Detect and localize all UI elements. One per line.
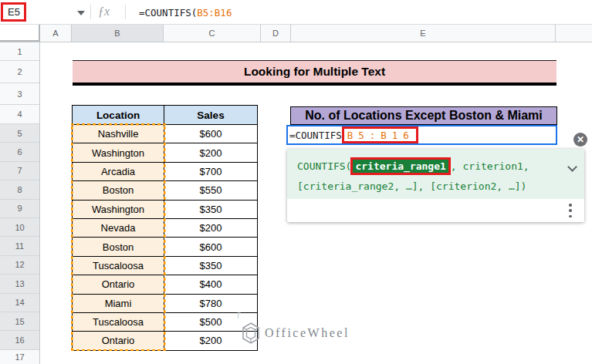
row-header[interactable]: 17 (0, 350, 39, 364)
row-header[interactable]: 11 (0, 237, 39, 255)
more-options-icon[interactable] (569, 204, 572, 217)
column-header[interactable]: E (291, 25, 556, 42)
sales-cell[interactable]: $550 (164, 181, 258, 200)
row-headers: 1 2 3 4 5 6 7 8 9 10 11 12 13 14 15 (0, 42, 40, 364)
row-header[interactable]: 16 (0, 331, 39, 349)
location-header-cell[interactable]: Location (73, 106, 164, 125)
signature-prefix: COUNTIFS( (297, 160, 351, 172)
officewheel-logo-icon (241, 322, 261, 345)
sales-cell[interactable]: $700 (164, 163, 258, 181)
active-cell-editor[interactable]: =COUNTIFSB5:B16 (286, 125, 557, 145)
row-header[interactable]: 2 (0, 61, 39, 83)
column-header[interactable] (556, 25, 592, 42)
officewheel-watermark: OfficeWheel (241, 322, 350, 345)
table-row: Tuscaloosa $500 (73, 313, 258, 332)
row-header[interactable]: 14 (0, 294, 39, 312)
data-table: Location Sales Nashville $600 Washington… (72, 105, 258, 351)
name-box-annotation (1, 2, 26, 22)
name-box-dropdown-icon[interactable] (77, 11, 85, 15)
location-cell[interactable]: Arcadia (73, 163, 164, 181)
row-header[interactable]: 4 (0, 105, 39, 124)
column-header[interactable]: C (164, 25, 261, 42)
formula-bar: E5 ƒx =COUNTIFS(B5:B16 (0, 0, 592, 25)
location-cell[interactable]: Ontario (73, 275, 164, 294)
signature-suffix: , criterion1, (451, 160, 529, 172)
close-popup-button[interactable]: ✕ (573, 133, 587, 147)
sales-cell[interactable]: $780 (164, 295, 258, 313)
table-row: Nevada $200 (73, 219, 258, 238)
formula-range: B5:B16 (197, 7, 232, 19)
result-header-cell[interactable]: No. of Locations Except Boston & Miami (290, 106, 557, 125)
location-cell[interactable]: Nashville (73, 125, 164, 143)
spreadsheet-app: E5 ƒx =COUNTIFS(B5:B16 A B C D E 1 2 3 (0, 0, 592, 364)
signature-line-2: [criteria_range2, …], [criterion2, …]) (297, 180, 526, 192)
table-row: Arcadia $700 (73, 163, 258, 181)
row-header[interactable]: 3 (0, 83, 39, 105)
cell-formula-range-annotation: B5:B16 (342, 126, 418, 143)
table-row: Washington $350 (73, 201, 258, 219)
criteria-range1-chip: criteria_range1 (350, 157, 450, 175)
sales-cell[interactable]: $350 (164, 257, 258, 275)
row-header[interactable]: 6 (0, 143, 39, 161)
formula-help-signature: COUNTIFS(criteria_range1, criterion1, [c… (287, 149, 584, 199)
sales-header-cell[interactable]: Sales (164, 106, 258, 125)
location-cell[interactable]: Boston (73, 181, 164, 200)
column-header[interactable]: B (72, 25, 164, 42)
row-header[interactable]: 5 (0, 124, 39, 143)
row-header[interactable]: 15 (0, 312, 39, 331)
location-cell[interactable]: Ontario (73, 332, 164, 350)
table-header-row: Location Sales (73, 106, 258, 125)
table-row: Washington $200 (73, 143, 258, 162)
location-cell[interactable]: Boston (73, 238, 164, 256)
formula-input[interactable]: =COUNTIFS(B5:B16 (139, 7, 232, 19)
location-cell[interactable]: Nevada (73, 219, 164, 238)
sales-cell[interactable]: $600 (164, 125, 258, 143)
row-header[interactable]: 7 (0, 162, 39, 180)
location-cell[interactable]: Tuscaloosa (73, 257, 164, 275)
watermark-text: OfficeWheel (265, 326, 350, 340)
table-row: Boston $600 (73, 238, 258, 256)
table-row: Boston $550 (73, 181, 258, 200)
sheet-title-banner: Looking for Multiple Text (73, 60, 556, 86)
table-body: Nashville $600 Washington $200 Arcadia $… (73, 125, 258, 351)
row-header[interactable]: 13 (0, 275, 39, 293)
sales-cell[interactable]: $400 (164, 275, 258, 294)
collapse-chevron-icon[interactable] (569, 163, 577, 171)
watermark-tick: I' (237, 312, 241, 320)
formula-prefix: =COUNTIFS( (139, 7, 197, 19)
sales-cell[interactable]: $600 (164, 238, 258, 256)
location-cell[interactable]: Miami (73, 295, 164, 313)
select-all-corner[interactable] (0, 25, 40, 42)
divider (125, 5, 126, 19)
sales-cell[interactable]: $200 (164, 143, 258, 162)
formula-help-popup: COUNTIFS(criteria_range1, criterion1, [c… (287, 149, 584, 222)
signature-line-1: COUNTIFS(criteria_range1, criterion1, (297, 157, 529, 174)
column-header[interactable]: A (40, 25, 72, 42)
location-cell[interactable]: Washington (73, 201, 164, 219)
sales-cell[interactable]: $350 (164, 201, 258, 219)
divider (90, 5, 91, 19)
column-headers: A B C D E (0, 25, 592, 42)
location-cell[interactable]: Washington (73, 143, 164, 162)
table-row: Ontario $400 (73, 275, 258, 294)
row-header[interactable]: 12 (0, 256, 39, 275)
table-row: Miami $780 (73, 295, 258, 313)
row-header[interactable]: 10 (0, 218, 39, 237)
table-row: Tuscaloosa $350 (73, 257, 258, 275)
fx-icon: ƒx (98, 5, 110, 19)
row-header[interactable]: 8 (0, 180, 39, 199)
row-header[interactable]: 9 (0, 200, 39, 218)
table-row: Nashville $600 (73, 125, 258, 143)
table-row: Ontario $200 (73, 332, 258, 350)
location-cell[interactable]: Tuscaloosa (73, 313, 164, 332)
column-header[interactable]: D (261, 25, 291, 42)
sales-cell[interactable]: $200 (164, 219, 258, 238)
row-header[interactable]: 1 (0, 42, 39, 61)
cell-formula-prefix: =COUNTIFS (289, 130, 342, 141)
